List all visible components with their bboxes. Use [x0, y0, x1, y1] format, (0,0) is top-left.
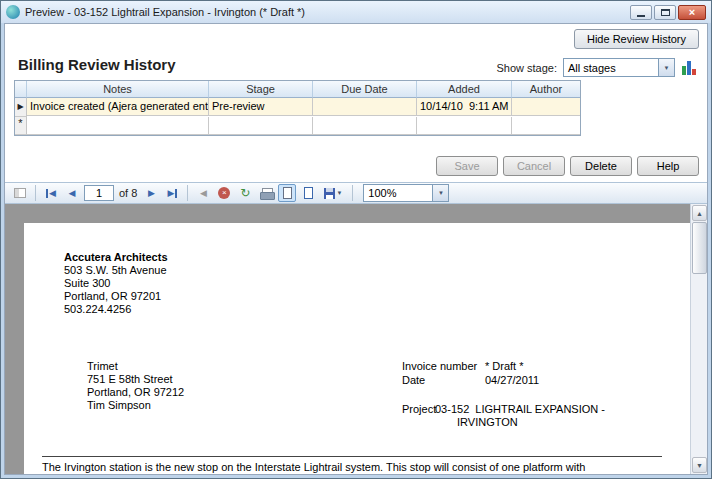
column-header-added[interactable]: Added — [417, 81, 512, 98]
cell-added[interactable] — [417, 117, 512, 135]
cell-notes[interactable] — [27, 117, 209, 135]
cell-added[interactable]: 10/14/10 9:11 AM — [417, 98, 512, 116]
invoice-number-label: Invoice number — [402, 360, 477, 373]
page-count-label: of 8 — [119, 187, 137, 199]
company-address3: Portland, OR 97201 — [64, 290, 161, 303]
toolbar-separator — [35, 185, 36, 201]
new-row-marker: * — [15, 117, 27, 135]
help-button[interactable]: Help — [637, 156, 699, 176]
page-setup-icon[interactable] — [299, 184, 317, 202]
section-divider — [42, 456, 662, 457]
zoom-select[interactable]: 100% ▼ — [363, 184, 449, 202]
table-row[interactable]: ▶ Invoice created (Ajera generated entry… — [15, 98, 580, 117]
minimize-icon — [637, 15, 645, 17]
close-icon: × — [689, 7, 695, 18]
project-line2: IRVINGTON — [457, 416, 518, 429]
stage-dropdown[interactable]: All stages ▼ — [563, 58, 675, 77]
save-button[interactable]: Save — [436, 156, 498, 176]
project-label: Project — [402, 403, 436, 416]
company-name: Accutera Architects — [64, 251, 168, 264]
scrollbar-thumb[interactable] — [692, 222, 707, 274]
scroll-up-icon[interactable]: ▲ — [692, 205, 707, 221]
maximize-icon — [661, 9, 670, 16]
column-header-notes[interactable]: Notes — [27, 81, 209, 98]
close-button[interactable]: × — [678, 5, 706, 20]
column-header-stage[interactable]: Stage — [209, 81, 313, 98]
company-address1: 503 S.W. 5th Avenue — [64, 264, 167, 277]
vertical-scrollbar[interactable]: ▲ ▼ — [690, 204, 707, 474]
maximize-button[interactable] — [654, 5, 676, 20]
project-line1: 03-152 LIGHTRAIL EXPANSION - — [435, 403, 605, 416]
page-number-input[interactable] — [84, 185, 114, 201]
hide-review-history-button[interactable]: Hide Review History — [574, 29, 699, 49]
company-phone: 503.224.4256 — [64, 303, 131, 316]
zoom-value: 100% — [364, 187, 432, 199]
print-layout-icon[interactable] — [278, 184, 296, 202]
client-address2: Portland, OR 97212 — [87, 386, 184, 399]
cell-stage[interactable]: Pre-review — [209, 98, 313, 116]
stage-dropdown-value: All stages — [564, 62, 658, 74]
chevron-down-icon[interactable]: ▼ — [658, 59, 674, 76]
invoice-body-text: The Irvington station is the new stop on… — [42, 461, 585, 474]
preview-window: Preview - 03-152 Lightrail Expansion - I… — [0, 0, 712, 479]
cell-author[interactable] — [512, 98, 580, 116]
client-name: Trimet — [87, 360, 118, 373]
preview-toolbar: ◀ ◀ of 8 ▶ ▶ ◀ × ↻ ▼ 100% ▼ — [5, 182, 707, 204]
delete-button[interactable]: Delete — [570, 156, 632, 176]
titlebar[interactable]: Preview - 03-152 Lightrail Expansion - I… — [1, 1, 711, 23]
export-icon[interactable]: ▼ — [320, 184, 346, 202]
show-stage-label: Show stage: — [496, 62, 557, 74]
window-controls: × — [630, 5, 706, 20]
review-stages-icon[interactable] — [682, 60, 699, 75]
stop-icon[interactable]: × — [215, 184, 233, 202]
client-address1: 751 E 58th Street — [87, 373, 173, 386]
review-history-table: Notes Stage Due Date Added Author ▶ Invo… — [14, 80, 581, 136]
cell-author[interactable] — [512, 117, 580, 135]
invoice-date-value: 04/27/2011 — [485, 374, 539, 387]
column-header-author[interactable]: Author — [512, 81, 580, 98]
row-selector-header — [15, 81, 27, 98]
client-contact: Tim Simpson — [87, 399, 151, 412]
invoice-date-label: Date — [402, 374, 425, 387]
chevron-down-icon[interactable]: ▼ — [432, 185, 448, 201]
cell-due-date[interactable] — [313, 117, 417, 135]
toolbar-separator — [187, 185, 188, 201]
cancel-button[interactable]: Cancel — [503, 156, 565, 176]
client-area: Hide Review History Billing Review Histo… — [4, 23, 708, 475]
show-stage-row: Show stage: All stages ▼ — [496, 58, 699, 77]
action-buttons: Save Cancel Delete Help — [436, 156, 699, 176]
last-page-icon[interactable]: ▶ — [163, 184, 181, 202]
table-row-new[interactable]: * — [15, 117, 580, 135]
app-icon — [6, 5, 20, 19]
table-header-row: Notes Stage Due Date Added Author — [15, 81, 580, 98]
window-title: Preview - 03-152 Lightrail Expansion - I… — [25, 6, 624, 18]
back-to-parent-icon[interactable]: ◀ — [194, 184, 212, 202]
cell-due-date[interactable] — [313, 98, 417, 116]
minimize-button[interactable] — [630, 5, 652, 20]
invoice-page: Accutera Architects 503 S.W. 5th Avenue … — [24, 223, 691, 474]
column-header-due-date[interactable]: Due Date — [313, 81, 417, 98]
current-row-marker: ▶ — [15, 98, 27, 117]
document-preview-area: Accutera Architects 503 S.W. 5th Avenue … — [5, 204, 707, 474]
first-page-icon[interactable]: ◀ — [42, 184, 60, 202]
cell-notes[interactable]: Invoice created (Ajera generated entry) — [27, 98, 209, 116]
cell-stage[interactable] — [209, 117, 313, 135]
document-map-icon[interactable] — [11, 184, 29, 202]
invoice-number-value: * Draft * — [485, 360, 524, 373]
company-address2: Suite 300 — [64, 277, 110, 290]
scroll-down-icon[interactable]: ▼ — [692, 457, 707, 473]
print-icon[interactable] — [257, 184, 275, 202]
billing-review-history-panel: Hide Review History Billing Review Histo… — [5, 24, 707, 182]
refresh-icon[interactable]: ↻ — [236, 184, 254, 202]
chevron-down-icon: ▼ — [336, 190, 342, 196]
next-page-icon[interactable]: ▶ — [142, 184, 160, 202]
toolbar-separator — [352, 185, 353, 201]
page-title: Billing Review History — [18, 56, 176, 73]
prev-page-icon[interactable]: ◀ — [63, 184, 81, 202]
